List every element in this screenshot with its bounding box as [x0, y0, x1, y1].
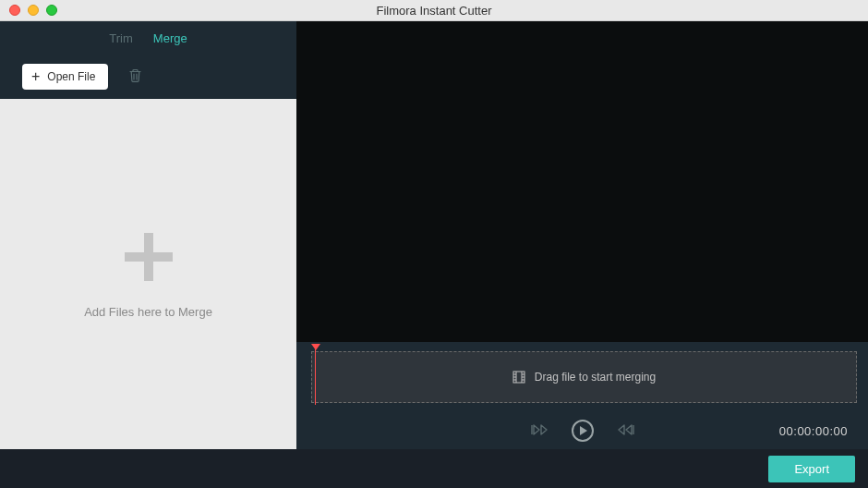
- sidebar: Trim Merge + Open File: [0, 21, 296, 449]
- titlebar: Filmora Instant Cutter: [0, 0, 868, 21]
- playback-controls: 00:00:00:00: [296, 412, 868, 449]
- play-icon: [572, 420, 594, 442]
- film-icon: [512, 371, 525, 384]
- skip-back-button[interactable]: [527, 420, 551, 443]
- maximize-window-button[interactable]: [46, 5, 57, 16]
- playhead[interactable]: [311, 344, 320, 405]
- trash-icon: [128, 68, 142, 83]
- traffic-lights: [0, 5, 57, 16]
- timeline-track[interactable]: Drag file to start merging: [311, 351, 857, 403]
- file-drop-area[interactable]: Add Files here to Merge: [0, 99, 296, 449]
- open-file-label: Open File: [47, 70, 95, 83]
- drop-area-label: Add Files here to Merge: [84, 305, 212, 319]
- skip-forward-icon: [618, 423, 634, 436]
- add-files-plus-icon: [121, 229, 176, 285]
- timeline-area: Drag file to start merging: [296, 342, 868, 412]
- timecode-display: 00:00:00:00: [779, 424, 848, 438]
- tab-trim[interactable]: Trim: [109, 31, 133, 45]
- window-title: Filmora Instant Cutter: [0, 4, 868, 18]
- minimize-window-button[interactable]: [28, 5, 39, 16]
- plus-icon: +: [31, 69, 40, 84]
- playhead-marker-icon: [311, 344, 320, 350]
- tab-merge[interactable]: Merge: [153, 31, 187, 45]
- skip-forward-button[interactable]: [614, 420, 638, 443]
- main-panel: Drag file to start merging: [296, 21, 868, 449]
- sidebar-toolbar: + Open File: [0, 55, 296, 99]
- app-window: Filmora Instant Cutter Trim Merge + Open…: [0, 0, 868, 488]
- open-file-button[interactable]: + Open File: [22, 64, 108, 90]
- play-button[interactable]: [568, 416, 597, 445]
- play-controls-group: [527, 416, 638, 445]
- close-window-button[interactable]: [9, 5, 20, 16]
- playhead-line: [315, 349, 316, 405]
- video-preview: [296, 21, 868, 342]
- svg-rect-1: [125, 252, 173, 262]
- content-area: Trim Merge + Open File: [0, 21, 868, 449]
- delete-button[interactable]: [125, 65, 146, 90]
- export-button[interactable]: Export: [768, 456, 855, 482]
- footer: Export: [0, 449, 868, 488]
- timeline-placeholder-text: Drag file to start merging: [535, 371, 656, 384]
- skip-back-icon: [531, 423, 548, 436]
- mode-tabs: Trim Merge: [0, 21, 296, 55]
